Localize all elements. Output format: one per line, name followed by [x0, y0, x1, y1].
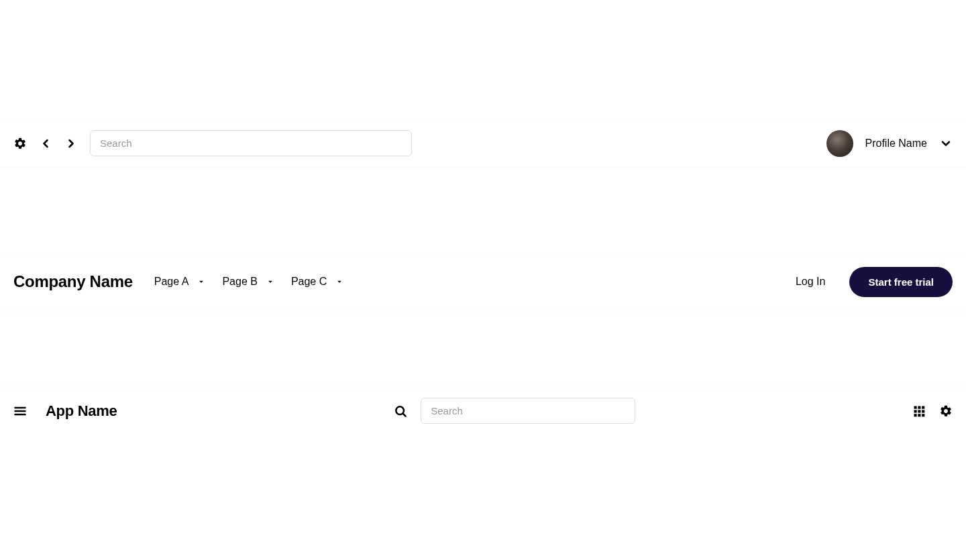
navbar-app: App Name: [0, 387, 966, 435]
nav-pages: Page A Page B Page C: [154, 276, 344, 288]
nav-item-page-a[interactable]: Page A: [154, 276, 207, 288]
navbar-app-left: App Name: [13, 402, 117, 420]
navbar-landing: Company Name Page A Page B Page C Log In…: [0, 256, 966, 308]
chevron-down-icon: [197, 277, 206, 286]
chevron-down-icon: [266, 277, 275, 286]
svg-rect-9: [918, 410, 920, 412]
gear-icon[interactable]: [939, 404, 953, 418]
svg-rect-13: [922, 414, 924, 416]
svg-rect-11: [914, 414, 917, 416]
grid-icon[interactable]: [912, 404, 926, 418]
search-input[interactable]: [90, 130, 412, 156]
svg-rect-8: [914, 410, 917, 412]
svg-rect-7: [922, 406, 924, 408]
navbar-app-right: [912, 404, 953, 418]
start-trial-button[interactable]: Start free trial: [849, 267, 953, 297]
company-name: Company Name: [13, 272, 133, 291]
svg-line-4: [403, 413, 406, 416]
svg-rect-10: [922, 410, 924, 412]
nav-item-label: Page B: [222, 276, 257, 288]
hamburger-icon[interactable]: [13, 404, 27, 418]
gear-icon[interactable]: [13, 137, 27, 150]
navbar-profile: Profile Name: [0, 119, 966, 167]
svg-rect-5: [914, 406, 917, 408]
navbar-app-center: [394, 398, 635, 424]
navbar-profile-left: [13, 130, 412, 156]
chevron-down-icon[interactable]: [939, 137, 953, 150]
search-icon[interactable]: [394, 404, 407, 418]
chevron-left-icon[interactable]: [39, 137, 52, 150]
search-input[interactable]: [421, 398, 635, 424]
profile-name-label: Profile Name: [865, 137, 927, 150]
nav-item-page-b[interactable]: Page B: [222, 276, 274, 288]
avatar[interactable]: [826, 130, 853, 157]
chevron-right-icon[interactable]: [64, 137, 78, 150]
svg-rect-6: [918, 406, 920, 408]
navbar-landing-right: Log In Start free trial: [796, 267, 953, 297]
nav-item-page-c[interactable]: Page C: [291, 276, 344, 288]
app-name: App Name: [46, 402, 117, 420]
nav-item-label: Page A: [154, 276, 189, 288]
login-link[interactable]: Log In: [796, 276, 825, 288]
chevron-down-icon: [335, 277, 344, 286]
nav-item-label: Page C: [291, 276, 327, 288]
navbar-landing-left: Company Name Page A Page B Page C: [13, 272, 344, 291]
navbar-profile-right: Profile Name: [826, 130, 953, 157]
svg-rect-12: [918, 414, 920, 416]
